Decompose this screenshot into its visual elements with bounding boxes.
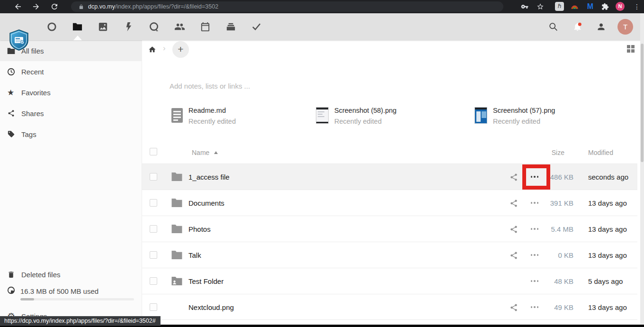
more-actions-button[interactable]	[528, 302, 542, 312]
bookmark-star-icon[interactable]	[537, 3, 544, 10]
extension-malwarebytes-icon[interactable]: M	[586, 2, 595, 11]
table-row[interactable]: Talk 0 KB 13 days ago	[142, 242, 637, 268]
workspace-notes-placeholder[interactable]: Add notes, lists or links ...	[170, 82, 250, 90]
sidebar-item-label: Favorites	[21, 89, 51, 97]
files-sidebar: All files Recent ★ Favorites Shares Tags…	[0, 40, 142, 327]
password-key-icon[interactable]	[521, 3, 528, 10]
page-scrollbar-thumb[interactable]	[641, 44, 644, 162]
file-size: 5.4 MB	[542, 216, 573, 242]
file-name[interactable]: Talk	[188, 242, 201, 268]
app-files-icon[interactable]	[72, 21, 83, 32]
quota-text: 16.3 MB of 500 MB used	[20, 287, 98, 295]
quota-progress-fill	[20, 298, 34, 300]
browser-reload-icon[interactable]	[50, 2, 59, 11]
extensions-puzzle-icon[interactable]	[601, 3, 609, 10]
share-icon[interactable]	[510, 225, 518, 234]
file-modified: 13 days ago	[588, 294, 627, 320]
table-row[interactable]: Nextcloud Hub Nextcloud.png 49 KB 13 day…	[142, 294, 637, 320]
recent-file-card[interactable]: Readme.md Recently edited	[171, 106, 236, 130]
trash-icon	[7, 271, 15, 279]
more-actions-button[interactable]	[528, 276, 542, 286]
row-checkbox[interactable]	[150, 173, 157, 181]
more-actions-button[interactable]	[528, 172, 542, 182]
browser-menu-icon[interactable]: ⋮	[634, 1, 640, 12]
row-checkbox[interactable]	[150, 303, 157, 311]
file-name[interactable]: Photos	[188, 216, 211, 242]
home-icon[interactable]	[148, 45, 156, 54]
browser-profile-avatar[interactable]: N	[616, 2, 625, 11]
more-actions-button[interactable]	[528, 250, 542, 260]
app-deck-icon[interactable]	[225, 21, 236, 32]
link-preview-statusbar: https://dcp.vo.my/index.php/apps/files/?…	[0, 316, 161, 326]
app-logo[interactable]	[8, 29, 30, 51]
file-modified: 13 days ago	[588, 190, 627, 216]
table-row[interactable]: 1_access file 486 KB seconds ago	[142, 164, 637, 190]
app-talk-icon[interactable]	[149, 21, 160, 32]
sort-ascending-icon	[214, 151, 218, 154]
nextcloud-header: T	[0, 13, 644, 40]
share-icon[interactable]	[510, 173, 518, 182]
app-tasks-icon[interactable]	[251, 21, 262, 32]
share-icon[interactable]	[510, 199, 518, 208]
folder-icon	[171, 198, 183, 208]
app-photos-icon[interactable]	[98, 21, 108, 32]
file-modified: seconds ago	[588, 164, 628, 190]
browser-back-icon[interactable]	[14, 2, 22, 11]
column-header-name[interactable]: Name	[192, 149, 209, 156]
app-activity-icon[interactable]	[123, 21, 134, 32]
sidebar-item-deleted-files[interactable]: Deleted files	[0, 264, 142, 285]
sidebar-item-recent[interactable]: Recent	[0, 61, 142, 82]
share-icon[interactable]	[510, 303, 518, 312]
grid-view-toggle[interactable]	[626, 44, 636, 54]
row-checkbox[interactable]	[150, 251, 157, 259]
recent-file-card[interactable]: Screenshot (58).png Recently edited	[316, 106, 396, 130]
file-name[interactable]: Documents	[188, 190, 224, 216]
row-checkbox[interactable]	[150, 225, 157, 233]
sidebar-item-shares[interactable]: Shares	[0, 103, 142, 124]
user-avatar[interactable]: T	[617, 19, 633, 35]
table-row[interactable]: Documents 391 KB 13 days ago	[142, 190, 637, 216]
more-actions-button[interactable]	[528, 224, 542, 234]
select-all-checkbox[interactable]	[150, 148, 157, 155]
folder-icon	[171, 250, 183, 260]
notifications-bell-icon[interactable]	[572, 22, 582, 32]
lock-icon	[79, 4, 84, 10]
breadcrumb-separator: ›	[163, 44, 166, 53]
screenshot-thumbnail	[316, 107, 329, 124]
sidebar-item-label: Shares	[21, 109, 44, 118]
new-file-button[interactable]: +	[172, 41, 189, 58]
table-row[interactable]: Photos 5.4 MB 13 days ago	[142, 216, 637, 242]
text-document-icon	[171, 108, 183, 123]
recent-file-card[interactable]: Screenshot (57).png Recently edited	[474, 106, 555, 130]
recent-file-status: Recently edited	[334, 118, 396, 125]
shared-folder-icon	[171, 276, 183, 286]
app-calendar-icon[interactable]	[200, 21, 211, 32]
sidebar-item-favorites[interactable]: ★ Favorites	[0, 82, 142, 103]
app-contacts-icon[interactable]	[174, 21, 185, 32]
sidebar-item-tags[interactable]: Tags	[0, 124, 142, 145]
recent-file-name: Screenshot (58).png	[334, 107, 396, 114]
file-size: 0 KB	[542, 242, 573, 268]
file-name[interactable]: Nextcloud.png	[188, 294, 234, 320]
column-header-modified[interactable]: Modified	[588, 149, 613, 156]
file-modified: 5 days ago	[588, 268, 623, 294]
table-row[interactable]: Test Folder 48 KB 5 days ago	[142, 268, 637, 294]
tag-icon	[7, 130, 15, 138]
clock-icon	[7, 68, 15, 76]
file-name[interactable]: 1_access file	[188, 164, 230, 190]
file-name[interactable]: Test Folder	[188, 268, 224, 294]
star-icon: ★	[7, 89, 15, 97]
extension-rainbow-icon[interactable]	[571, 3, 579, 11]
folder-icon	[171, 224, 183, 234]
app-dashboard-icon[interactable]	[46, 21, 57, 32]
row-checkbox[interactable]	[150, 277, 157, 285]
contacts-menu-icon[interactable]	[596, 22, 606, 32]
search-icon[interactable]	[548, 22, 558, 32]
column-header-size[interactable]: Size	[526, 149, 564, 156]
row-checkbox[interactable]	[150, 199, 157, 207]
extension-h-icon[interactable]: ℏ	[555, 2, 564, 11]
share-icon[interactable]	[510, 251, 518, 260]
browser-forward-icon[interactable]	[32, 2, 40, 11]
address-bar[interactable]: dcp.vo.my/index.php/apps/files/?dir=/&fi…	[71, 1, 503, 12]
more-actions-button[interactable]	[528, 198, 542, 208]
